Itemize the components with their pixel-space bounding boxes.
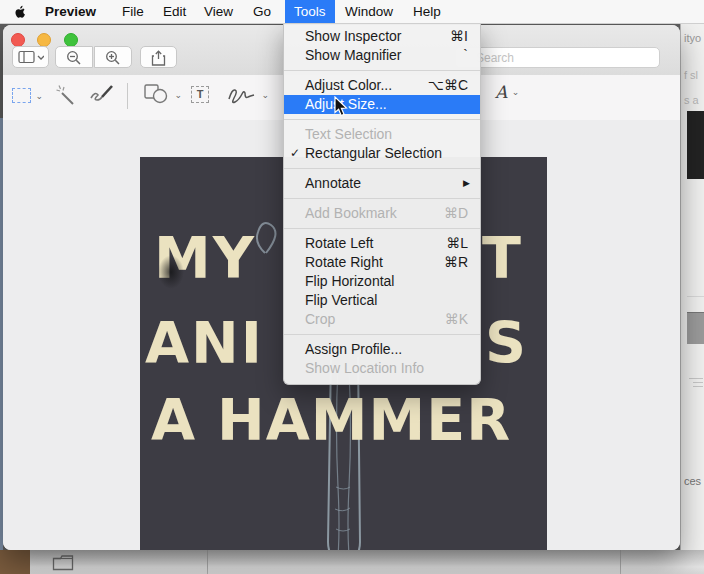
background-window: ityo f sl s a ces bbox=[680, 23, 704, 550]
checkmark-icon: ✓ bbox=[290, 144, 300, 163]
zoom-out-button[interactable] bbox=[55, 46, 93, 68]
menu-item-annotate[interactable]: Annotate ▶ bbox=[284, 174, 480, 193]
submenu-arrow-icon: ▶ bbox=[463, 174, 470, 193]
shortcut: ⌥⌘C bbox=[428, 76, 468, 95]
menubar-item-file[interactable]: File bbox=[122, 0, 144, 23]
text-tool-icon: T bbox=[191, 86, 209, 103]
shapes-button[interactable]: ⌄ bbox=[144, 83, 182, 109]
zoom-in-icon bbox=[105, 50, 121, 66]
menu-item-show-inspector[interactable]: Show Inspector ⌘I bbox=[284, 27, 480, 46]
close-button[interactable] bbox=[11, 33, 25, 47]
tools-dropdown-menu: Show Inspector ⌘I Show Magnifier ` Adjus… bbox=[283, 23, 481, 385]
chevron-down-icon: ⌄ bbox=[261, 90, 269, 100]
shortcut: ⌘I bbox=[450, 27, 468, 46]
instant-alpha-button[interactable] bbox=[55, 84, 77, 110]
menu-item-adjust-size[interactable]: Adjust Size... bbox=[284, 95, 480, 114]
folder-icon[interactable] bbox=[52, 554, 74, 574]
shortcut: ⌘R bbox=[444, 253, 468, 272]
menubar-item-edit[interactable]: Edit bbox=[163, 0, 186, 23]
signature-button[interactable]: ⌄ bbox=[227, 83, 269, 109]
desktop-wallpaper-corner bbox=[0, 550, 30, 574]
menu-separator bbox=[284, 228, 480, 229]
divider bbox=[207, 550, 208, 574]
toolbar-divider bbox=[127, 83, 128, 109]
menu-item-adjust-color[interactable]: Adjust Color... ⌥⌘C bbox=[284, 76, 480, 95]
divider bbox=[620, 550, 621, 574]
search-input[interactable] bbox=[455, 47, 660, 68]
menubar-item-help[interactable]: Help bbox=[413, 0, 441, 23]
shortcut: ⌘L bbox=[446, 234, 468, 253]
apple-logo-icon[interactable] bbox=[13, 4, 27, 23]
sidebar-view-icon bbox=[18, 50, 44, 65]
poster-text-line2-left: ANI bbox=[145, 312, 264, 374]
background-text-fragment: f sl bbox=[684, 69, 698, 81]
background-text-fragment: ityo bbox=[684, 32, 701, 44]
share-button[interactable] bbox=[140, 46, 177, 68]
background-text-fragment: s a bbox=[684, 94, 699, 106]
shortcut: ⌘D bbox=[444, 204, 468, 223]
menubar-item-view[interactable]: View bbox=[204, 0, 233, 23]
menu-item-rotate-left[interactable]: Rotate Left ⌘L bbox=[284, 234, 480, 253]
menu-separator bbox=[284, 198, 480, 199]
menu-item-flip-vertical[interactable]: Flip Vertical bbox=[284, 291, 480, 310]
menubar-item-tools[interactable]: Tools bbox=[285, 0, 335, 23]
poster-text-line1-right: T bbox=[482, 227, 523, 289]
list-icon bbox=[689, 375, 703, 390]
menu-bar: Preview File Edit View Go Tools Window H… bbox=[0, 0, 704, 24]
chevron-down-icon: ⌄ bbox=[512, 87, 520, 97]
menu-separator bbox=[284, 70, 480, 71]
chevron-down-icon: ⌄ bbox=[35, 91, 43, 101]
menu-item-flip-horizontal[interactable]: Flip Horizontal bbox=[284, 272, 480, 291]
shortcut: ⌘K bbox=[445, 310, 468, 329]
view-options-button[interactable] bbox=[12, 46, 49, 68]
minimize-button[interactable] bbox=[37, 33, 51, 47]
menu-item-rectangular-selection[interactable]: ✓ Rectangular Selection bbox=[284, 144, 480, 163]
desktop-bottom-bar bbox=[0, 550, 704, 574]
background-text-fragment: ces bbox=[684, 475, 701, 487]
mouse-cursor bbox=[333, 96, 351, 121]
menu-separator bbox=[284, 334, 480, 335]
zoom-out-icon bbox=[66, 50, 82, 66]
signature-icon bbox=[227, 83, 257, 105]
menu-item-show-location-info: Show Location Info bbox=[284, 359, 480, 378]
menu-item-assign-profile[interactable]: Assign Profile... bbox=[284, 340, 480, 359]
magic-wand-icon bbox=[55, 84, 77, 106]
share-icon bbox=[151, 50, 166, 66]
menubar-item-window[interactable]: Window bbox=[345, 0, 393, 23]
poster-text-line2-right: S bbox=[485, 312, 528, 374]
background-image-block bbox=[687, 111, 704, 179]
sketch-pen-icon bbox=[89, 84, 115, 106]
menu-item-show-magnifier[interactable]: Show Magnifier ` bbox=[284, 46, 480, 65]
rect-selection-icon bbox=[12, 88, 31, 103]
chevron-down-icon: ⌄ bbox=[174, 90, 182, 100]
menu-separator bbox=[284, 119, 480, 120]
text-style-icon: A bbox=[495, 82, 507, 102]
zoom-window-button[interactable] bbox=[64, 33, 78, 47]
shapes-icon bbox=[144, 83, 170, 105]
sketch-button[interactable] bbox=[89, 84, 115, 110]
background-gray-bar bbox=[687, 312, 704, 344]
poster-text-line3: A HAMMER bbox=[151, 389, 511, 451]
menu-item-crop: Crop ⌘K bbox=[284, 310, 480, 329]
zoom-in-button[interactable] bbox=[94, 46, 132, 68]
divider bbox=[687, 296, 704, 297]
menu-separator bbox=[284, 168, 480, 169]
menu-item-rotate-right[interactable]: Rotate Right ⌘R bbox=[284, 253, 480, 272]
shortcut: ` bbox=[463, 46, 468, 65]
menubar-item-preview[interactable]: Preview bbox=[45, 0, 96, 23]
menu-item-add-bookmark: Add Bookmark ⌘D bbox=[284, 204, 480, 223]
poster-smudge bbox=[158, 255, 184, 289]
menubar-item-go[interactable]: Go bbox=[253, 0, 271, 23]
text-box-button[interactable]: T bbox=[191, 85, 209, 103]
menu-item-text-selection: Text Selection bbox=[284, 125, 480, 144]
text-style-button[interactable]: A ⌄ bbox=[495, 82, 519, 102]
rect-selection-tool-button[interactable]: ⌄ bbox=[12, 86, 43, 104]
